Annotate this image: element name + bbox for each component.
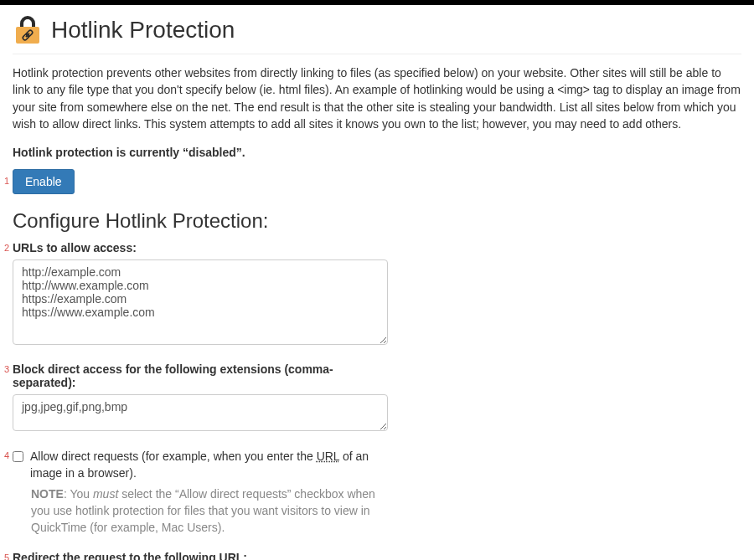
allow-direct-label: Allow direct requests (for example, when… xyxy=(30,449,388,481)
section-title: Configure Hotlink Protection: xyxy=(13,209,741,233)
lock-link-icon xyxy=(13,15,43,45)
annotation-marker-4: 4 xyxy=(4,450,9,460)
annotation-marker-2: 2 xyxy=(4,243,9,253)
enable-button[interactable]: Enable xyxy=(13,169,75,194)
extensions-textarea[interactable] xyxy=(13,394,388,431)
redirect-label: Redirect the request to the following UR… xyxy=(13,551,388,560)
page-header: Hotlink Protection xyxy=(13,12,741,54)
page-description: Hotlink protection prevents other websit… xyxy=(13,64,741,132)
annotation-marker-1: 1 xyxy=(4,176,9,186)
annotation-marker-3: 3 xyxy=(4,364,9,374)
status-line: Hotlink protection is currently “disable… xyxy=(13,146,741,159)
urls-textarea[interactable] xyxy=(13,259,388,345)
urls-label: URLs to allow access: xyxy=(13,241,388,254)
url-abbr: URL xyxy=(317,450,340,463)
status-value: “disabled” xyxy=(183,146,242,159)
allow-direct-note: NOTE: You must select the “Allow direct … xyxy=(13,486,388,536)
allow-direct-checkbox[interactable] xyxy=(13,451,23,462)
status-suffix: . xyxy=(242,146,245,159)
page-title: Hotlink Protection xyxy=(51,17,235,44)
status-prefix: Hotlink protection is currently xyxy=(13,146,183,159)
extensions-label: Block direct access for the following ex… xyxy=(13,362,388,389)
annotation-marker-5: 5 xyxy=(4,552,9,560)
